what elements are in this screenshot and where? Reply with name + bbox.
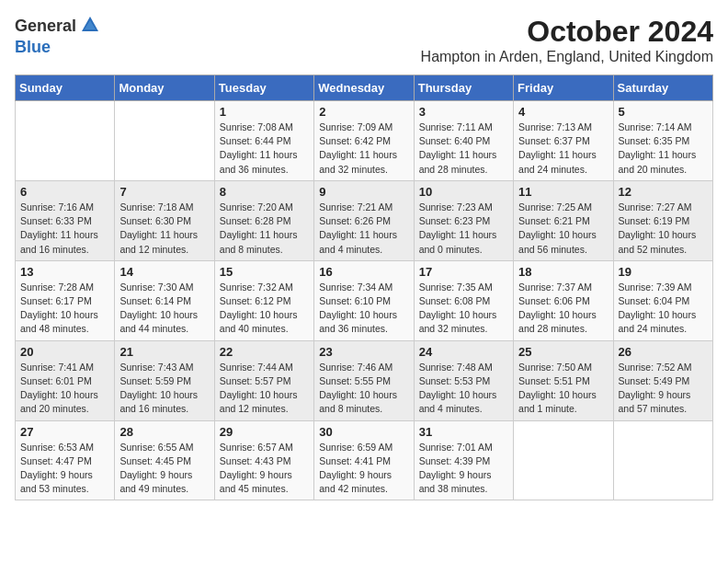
day-cell: 28Sunrise: 6:55 AM Sunset: 4:45 PM Dayli… [115,420,214,500]
weekday-header-monday: Monday [115,75,214,101]
day-number: 11 [518,185,608,199]
weekday-header-saturday: Saturday [613,75,712,101]
day-cell: 6Sunrise: 7:16 AM Sunset: 6:33 PM Daylig… [16,180,115,260]
day-number: 21 [119,345,209,359]
day-number: 10 [419,185,508,199]
day-number: 23 [319,345,408,359]
day-cell: 11Sunrise: 7:25 AM Sunset: 6:21 PM Dayli… [514,180,613,260]
day-number: 1 [220,105,309,119]
day-cell: 17Sunrise: 7:35 AM Sunset: 6:08 PM Dayli… [414,260,513,340]
weekday-header-thursday: Thursday [414,75,513,101]
day-cell: 25Sunrise: 7:50 AM Sunset: 5:51 PM Dayli… [514,340,613,420]
day-info: Sunrise: 7:30 AM Sunset: 6:14 PM Dayligh… [119,281,209,337]
calendar: SundayMondayTuesdayWednesdayThursdayFrid… [15,75,713,500]
day-number: 12 [619,185,708,199]
day-cell: 24Sunrise: 7:48 AM Sunset: 5:53 PM Dayli… [414,340,513,420]
day-info: Sunrise: 7:01 AM Sunset: 4:39 PM Dayligh… [419,441,508,497]
day-cell: 8Sunrise: 7:20 AM Sunset: 6:28 PM Daylig… [214,180,313,260]
week-row-1: 1Sunrise: 7:08 AM Sunset: 6:44 PM Daylig… [16,101,713,181]
day-number: 20 [20,345,109,359]
day-number: 31 [419,425,508,439]
week-row-4: 20Sunrise: 7:41 AM Sunset: 6:01 PM Dayli… [16,340,713,420]
day-info: Sunrise: 6:55 AM Sunset: 4:45 PM Dayligh… [119,441,209,497]
weekday-header-row: SundayMondayTuesdayWednesdayThursdayFrid… [16,75,713,101]
day-info: Sunrise: 7:43 AM Sunset: 5:59 PM Dayligh… [119,361,209,417]
day-number: 27 [20,425,109,439]
day-number: 19 [619,265,708,279]
day-info: Sunrise: 7:09 AM Sunset: 6:42 PM Dayligh… [319,121,408,177]
day-info: Sunrise: 7:32 AM Sunset: 6:12 PM Dayligh… [220,281,309,337]
day-cell: 13Sunrise: 7:28 AM Sunset: 6:17 PM Dayli… [16,260,115,340]
day-cell: 16Sunrise: 7:34 AM Sunset: 6:10 PM Dayli… [314,260,414,340]
day-info: Sunrise: 7:39 AM Sunset: 6:04 PM Dayligh… [619,281,708,337]
logo-icon [80,15,100,39]
header: General Blue October 2024 Hampton in Ard… [15,15,713,65]
weekday-header-wednesday: Wednesday [314,75,414,101]
day-number: 6 [20,185,109,199]
day-cell: 14Sunrise: 7:30 AM Sunset: 6:14 PM Dayli… [115,260,214,340]
day-cell: 30Sunrise: 6:59 AM Sunset: 4:41 PM Dayli… [314,420,414,500]
day-cell: 21Sunrise: 7:43 AM Sunset: 5:59 PM Dayli… [115,340,214,420]
day-cell [613,420,712,500]
day-cell [514,420,613,500]
logo-general-text: General [15,17,76,36]
day-cell: 23Sunrise: 7:46 AM Sunset: 5:55 PM Dayli… [314,340,414,420]
weekday-header-tuesday: Tuesday [214,75,313,101]
day-cell: 31Sunrise: 7:01 AM Sunset: 4:39 PM Dayli… [414,420,513,500]
logo-blue-text: Blue [15,39,100,57]
day-cell: 18Sunrise: 7:37 AM Sunset: 6:06 PM Dayli… [514,260,613,340]
day-info: Sunrise: 6:57 AM Sunset: 4:43 PM Dayligh… [220,441,309,497]
day-number: 26 [619,345,708,359]
day-cell: 7Sunrise: 7:18 AM Sunset: 6:30 PM Daylig… [115,180,214,260]
day-number: 29 [220,425,309,439]
day-info: Sunrise: 7:48 AM Sunset: 5:53 PM Dayligh… [419,361,508,417]
day-info: Sunrise: 7:52 AM Sunset: 5:49 PM Dayligh… [619,361,708,417]
day-number: 4 [518,105,608,119]
day-info: Sunrise: 7:41 AM Sunset: 6:01 PM Dayligh… [20,361,109,417]
day-info: Sunrise: 7:16 AM Sunset: 6:33 PM Dayligh… [20,201,109,257]
day-info: Sunrise: 7:44 AM Sunset: 5:57 PM Dayligh… [220,361,309,417]
day-cell [16,101,115,181]
day-number: 13 [20,265,109,279]
day-number: 8 [220,185,309,199]
week-row-2: 6Sunrise: 7:16 AM Sunset: 6:33 PM Daylig… [16,180,713,260]
day-info: Sunrise: 7:46 AM Sunset: 5:55 PM Dayligh… [319,361,408,417]
day-cell: 12Sunrise: 7:27 AM Sunset: 6:19 PM Dayli… [613,180,712,260]
day-number: 24 [419,345,508,359]
day-cell: 27Sunrise: 6:53 AM Sunset: 4:47 PM Dayli… [16,420,115,500]
day-info: Sunrise: 7:35 AM Sunset: 6:08 PM Dayligh… [419,281,508,337]
day-info: Sunrise: 7:27 AM Sunset: 6:19 PM Dayligh… [619,201,708,257]
day-info: Sunrise: 7:20 AM Sunset: 6:28 PM Dayligh… [220,201,309,257]
day-info: Sunrise: 7:25 AM Sunset: 6:21 PM Dayligh… [518,201,608,257]
day-cell: 3Sunrise: 7:11 AM Sunset: 6:40 PM Daylig… [414,101,513,181]
day-cell: 1Sunrise: 7:08 AM Sunset: 6:44 PM Daylig… [214,101,313,181]
day-info: Sunrise: 7:13 AM Sunset: 6:37 PM Dayligh… [518,121,608,177]
day-info: Sunrise: 7:08 AM Sunset: 6:44 PM Dayligh… [220,121,309,177]
day-cell: 20Sunrise: 7:41 AM Sunset: 6:01 PM Dayli… [16,340,115,420]
day-info: Sunrise: 7:37 AM Sunset: 6:06 PM Dayligh… [518,281,608,337]
day-number: 7 [119,185,209,199]
month-title: October 2024 [421,15,713,49]
day-number: 17 [419,265,508,279]
week-row-3: 13Sunrise: 7:28 AM Sunset: 6:17 PM Dayli… [16,260,713,340]
day-cell: 26Sunrise: 7:52 AM Sunset: 5:49 PM Dayli… [613,340,712,420]
day-number: 15 [220,265,309,279]
day-info: Sunrise: 7:50 AM Sunset: 5:51 PM Dayligh… [518,361,608,417]
day-cell: 5Sunrise: 7:14 AM Sunset: 6:35 PM Daylig… [613,101,712,181]
day-cell: 4Sunrise: 7:13 AM Sunset: 6:37 PM Daylig… [514,101,613,181]
day-number: 28 [119,425,209,439]
day-number: 22 [220,345,309,359]
day-cell: 22Sunrise: 7:44 AM Sunset: 5:57 PM Dayli… [214,340,313,420]
day-info: Sunrise: 7:14 AM Sunset: 6:35 PM Dayligh… [619,121,708,177]
day-number: 30 [319,425,408,439]
location-subtitle: Hampton in Arden, England, United Kingdo… [421,49,713,65]
day-cell [115,101,214,181]
day-info: Sunrise: 7:23 AM Sunset: 6:23 PM Dayligh… [419,201,508,257]
logo: General Blue [15,15,100,57]
weekday-header-sunday: Sunday [16,75,115,101]
day-cell: 2Sunrise: 7:09 AM Sunset: 6:42 PM Daylig… [314,101,414,181]
day-info: Sunrise: 7:21 AM Sunset: 6:26 PM Dayligh… [319,201,408,257]
day-cell: 10Sunrise: 7:23 AM Sunset: 6:23 PM Dayli… [414,180,513,260]
day-number: 25 [518,345,608,359]
weekday-header-friday: Friday [514,75,613,101]
